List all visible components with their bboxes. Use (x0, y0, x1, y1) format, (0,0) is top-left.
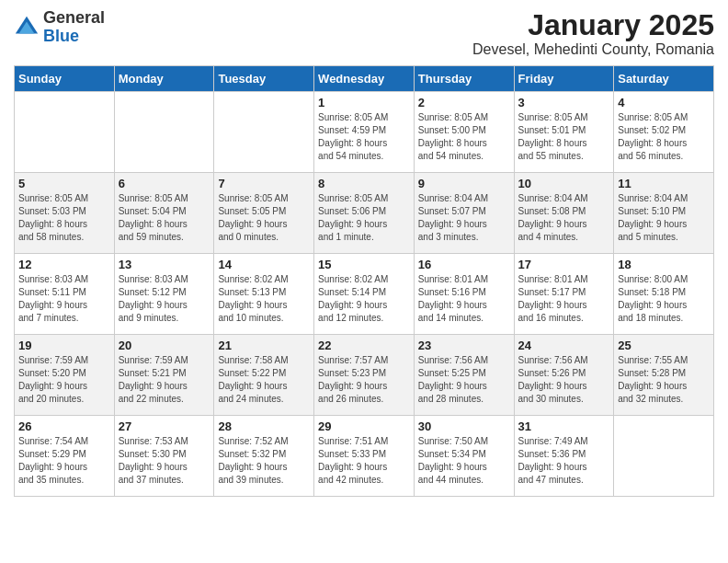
day-info: Sunrise: 8:05 AM Sunset: 4:59 PM Dayligh… (318, 111, 410, 163)
day-info: Sunrise: 8:05 AM Sunset: 5:03 PM Dayligh… (18, 192, 110, 244)
day-info: Sunrise: 7:49 AM Sunset: 5:36 PM Dayligh… (518, 435, 610, 487)
day-info: Sunrise: 7:56 AM Sunset: 5:25 PM Dayligh… (418, 354, 510, 406)
day-info: Sunrise: 7:54 AM Sunset: 5:29 PM Dayligh… (18, 435, 110, 487)
calendar-subtitle: Devesel, Mehedinti County, Romania (472, 41, 714, 58)
day-info: Sunrise: 8:04 AM Sunset: 5:07 PM Dayligh… (418, 192, 510, 244)
day-number: 2 (418, 96, 510, 109)
calendar-cell (614, 416, 714, 497)
day-number: 18 (618, 258, 710, 271)
logo-general: General (43, 9, 105, 28)
day-number: 31 (518, 419, 610, 433)
calendar-cell: 8Sunrise: 8:05 AM Sunset: 5:06 PM Daylig… (314, 173, 415, 254)
weekday-header: Thursday (414, 66, 514, 92)
logo-blue: Blue (43, 28, 105, 46)
day-number: 3 (518, 96, 610, 109)
calendar-cell (114, 92, 214, 173)
calendar-cell: 15Sunrise: 8:02 AM Sunset: 5:14 PM Dayli… (314, 254, 415, 335)
logo-icon (14, 15, 40, 40)
day-info: Sunrise: 7:51 AM Sunset: 5:33 PM Dayligh… (318, 435, 410, 487)
calendar-cell: 2Sunrise: 8:05 AM Sunset: 5:00 PM Daylig… (414, 92, 514, 173)
calendar-cell: 4Sunrise: 8:05 AM Sunset: 5:02 PM Daylig… (614, 92, 714, 173)
day-info: Sunrise: 8:03 AM Sunset: 5:12 PM Dayligh… (119, 273, 210, 325)
calendar-week-row: 26Sunrise: 7:54 AM Sunset: 5:29 PM Dayli… (15, 416, 714, 497)
day-info: Sunrise: 7:58 AM Sunset: 5:22 PM Dayligh… (218, 354, 310, 406)
weekday-header: Sunday (15, 66, 115, 92)
weekday-header: Friday (514, 66, 614, 92)
day-number: 15 (318, 258, 410, 271)
calendar-cell: 3Sunrise: 8:05 AM Sunset: 5:01 PM Daylig… (514, 92, 614, 173)
calendar-week-row: 1Sunrise: 8:05 AM Sunset: 4:59 PM Daylig… (15, 92, 714, 173)
title-block: January 2025 Devesel, Mehedinti County, … (472, 9, 714, 58)
day-number: 25 (618, 339, 710, 352)
day-number: 30 (418, 419, 510, 433)
day-number: 24 (518, 339, 610, 352)
day-number: 6 (119, 177, 210, 190)
calendar-cell: 27Sunrise: 7:53 AM Sunset: 5:30 PM Dayli… (114, 416, 214, 497)
day-info: Sunrise: 7:59 AM Sunset: 5:20 PM Dayligh… (18, 354, 110, 406)
calendar-cell: 7Sunrise: 8:05 AM Sunset: 5:05 PM Daylig… (214, 173, 314, 254)
day-info: Sunrise: 7:52 AM Sunset: 5:32 PM Dayligh… (218, 435, 310, 487)
day-number: 4 (618, 96, 710, 109)
calendar-cell: 18Sunrise: 8:00 AM Sunset: 5:18 PM Dayli… (614, 254, 714, 335)
day-info: Sunrise: 8:04 AM Sunset: 5:10 PM Dayligh… (618, 192, 710, 244)
day-number: 23 (418, 339, 510, 352)
calendar-cell: 20Sunrise: 7:59 AM Sunset: 5:21 PM Dayli… (114, 335, 214, 416)
day-info: Sunrise: 7:53 AM Sunset: 5:30 PM Dayligh… (119, 435, 210, 487)
calendar-cell: 25Sunrise: 7:55 AM Sunset: 5:28 PM Dayli… (614, 335, 714, 416)
calendar-cell: 22Sunrise: 7:57 AM Sunset: 5:23 PM Dayli… (314, 335, 415, 416)
day-info: Sunrise: 8:00 AM Sunset: 5:18 PM Dayligh… (618, 273, 710, 325)
day-number: 26 (18, 419, 110, 433)
calendar-cell: 10Sunrise: 8:04 AM Sunset: 5:08 PM Dayli… (514, 173, 614, 254)
day-info: Sunrise: 7:55 AM Sunset: 5:28 PM Dayligh… (618, 354, 710, 406)
calendar-cell: 13Sunrise: 8:03 AM Sunset: 5:12 PM Dayli… (114, 254, 214, 335)
day-number: 11 (618, 177, 710, 190)
calendar-cell: 23Sunrise: 7:56 AM Sunset: 5:25 PM Dayli… (414, 335, 514, 416)
calendar-cell: 17Sunrise: 8:01 AM Sunset: 5:17 PM Dayli… (514, 254, 614, 335)
calendar-cell: 12Sunrise: 8:03 AM Sunset: 5:11 PM Dayli… (15, 254, 115, 335)
calendar-cell: 6Sunrise: 8:05 AM Sunset: 5:04 PM Daylig… (114, 173, 214, 254)
calendar-cell: 19Sunrise: 7:59 AM Sunset: 5:20 PM Dayli… (15, 335, 115, 416)
day-number: 10 (518, 177, 610, 190)
calendar-cell: 16Sunrise: 8:01 AM Sunset: 5:16 PM Dayli… (414, 254, 514, 335)
calendar-week-row: 19Sunrise: 7:59 AM Sunset: 5:20 PM Dayli… (15, 335, 714, 416)
day-info: Sunrise: 7:50 AM Sunset: 5:34 PM Dayligh… (418, 435, 510, 487)
calendar-cell: 1Sunrise: 8:05 AM Sunset: 4:59 PM Daylig… (314, 92, 415, 173)
weekday-header: Wednesday (314, 66, 415, 92)
calendar-week-row: 5Sunrise: 8:05 AM Sunset: 5:03 PM Daylig… (15, 173, 714, 254)
day-info: Sunrise: 8:02 AM Sunset: 5:13 PM Dayligh… (218, 273, 310, 325)
day-number: 7 (218, 177, 310, 190)
day-number: 20 (119, 339, 210, 352)
day-info: Sunrise: 8:01 AM Sunset: 5:17 PM Dayligh… (518, 273, 610, 325)
calendar-title: January 2025 (472, 9, 714, 41)
calendar-cell: 9Sunrise: 8:04 AM Sunset: 5:07 PM Daylig… (414, 173, 514, 254)
calendar-cell (15, 92, 115, 173)
day-number: 17 (518, 258, 610, 271)
calendar-cell: 24Sunrise: 7:56 AM Sunset: 5:26 PM Dayli… (514, 335, 614, 416)
day-info: Sunrise: 8:03 AM Sunset: 5:11 PM Dayligh… (18, 273, 110, 325)
calendar-table: SundayMondayTuesdayWednesdayThursdayFrid… (14, 65, 714, 497)
weekday-header: Tuesday (214, 66, 314, 92)
day-info: Sunrise: 8:05 AM Sunset: 5:01 PM Dayligh… (518, 111, 610, 163)
calendar-cell: 28Sunrise: 7:52 AM Sunset: 5:32 PM Dayli… (214, 416, 314, 497)
day-info: Sunrise: 7:57 AM Sunset: 5:23 PM Dayligh… (318, 354, 410, 406)
day-info: Sunrise: 8:04 AM Sunset: 5:08 PM Dayligh… (518, 192, 610, 244)
day-number: 28 (218, 419, 310, 433)
logo: General Blue (14, 9, 105, 46)
day-info: Sunrise: 8:05 AM Sunset: 5:06 PM Dayligh… (318, 192, 410, 244)
page-header: General Blue January 2025 Devesel, Mehed… (14, 9, 714, 58)
day-number: 16 (418, 258, 510, 271)
day-number: 27 (119, 419, 210, 433)
calendar-cell: 11Sunrise: 8:04 AM Sunset: 5:10 PM Dayli… (614, 173, 714, 254)
day-number: 12 (18, 258, 110, 271)
day-number: 21 (218, 339, 310, 352)
weekday-header-row: SundayMondayTuesdayWednesdayThursdayFrid… (15, 66, 714, 92)
day-info: Sunrise: 8:05 AM Sunset: 5:04 PM Dayligh… (119, 192, 210, 244)
logo-text: General Blue (43, 9, 105, 46)
calendar-cell: 14Sunrise: 8:02 AM Sunset: 5:13 PM Dayli… (214, 254, 314, 335)
day-number: 14 (218, 258, 310, 271)
calendar-cell: 29Sunrise: 7:51 AM Sunset: 5:33 PM Dayli… (314, 416, 415, 497)
day-number: 29 (318, 419, 410, 433)
calendar-cell: 21Sunrise: 7:58 AM Sunset: 5:22 PM Dayli… (214, 335, 314, 416)
day-number: 5 (18, 177, 110, 190)
day-number: 19 (18, 339, 110, 352)
